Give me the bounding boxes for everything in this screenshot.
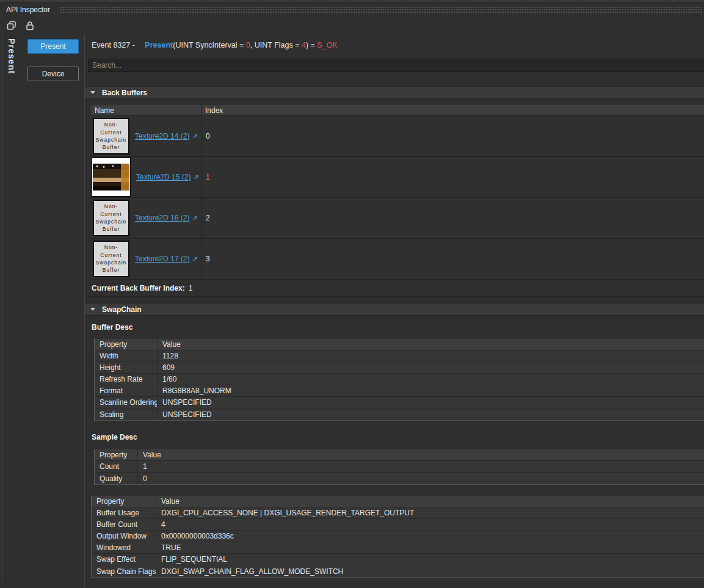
table-row: Output Window 0x00000000003d336c [92,531,704,542]
sidebar-button-present[interactable]: Present [27,39,79,54]
sample-desc-title: Sample Desc [85,433,704,441]
event-arg-value-1: 0 [246,41,250,49]
event-arg-text-2: , UINT Flags = [250,41,302,49]
buffer-desc-table: Property Value Width 1128 Height 609 Ref… [94,339,704,421]
table-row: Non- Current Swapchain Buffer Texture2D … [91,198,704,239]
table-row: Swap Effect FLIP_SEQUENTIAL [92,554,704,565]
table-row: Scaling UNSPECIFIED [95,408,704,420]
buffer-index-value: 3 [201,239,704,279]
section-header-back-buffers[interactable]: Back Buffers [85,86,704,99]
event-result: S_OK [317,41,337,49]
buffer-index-value: 2 [201,198,704,238]
sidebar: Present Present Device [0,34,85,587]
texture-link[interactable]: Texture2D 14 (2) [135,132,189,140]
column-header-index: Index [201,105,704,115]
swapchain-buffer-thumbnail: Non- Current Swapchain Buffer [93,200,129,236]
sidebar-edge-line [2,34,3,583]
section-title: Back Buffers [102,89,147,97]
table-row: Texture2D 15 (2)↗ 1 [91,157,704,198]
sidebar-button-group: Present Device [27,39,79,81]
panel-title: API Inspector [6,5,50,14]
event-arg-value-2: 4 [302,41,306,49]
column-header-value: Value [158,339,704,350]
column-header-property: Property [95,449,138,460]
toolbar [0,16,704,34]
column-header-property: Property [95,339,158,350]
rendered-frame-preview [93,164,129,191]
event-prefix: Event 8327 - [92,41,137,49]
swapchain-buffer-thumbnail-image [92,158,131,197]
event-function-name: Present [137,41,173,49]
titlebar: API Inspector [0,2,704,16]
content-panel: Event 8327 - Present(UINT SyncInterval =… [85,34,704,587]
table-row: Width 1128 [95,350,704,362]
table-row: Swap Chain Flags DXGI_SWAP_CHAIN_FLAG_AL… [92,565,704,577]
sidebar-vertical-label: Present [7,38,16,74]
column-header-value: Value [156,496,704,507]
lock-icon[interactable] [24,20,36,32]
event-arg-text-3: ) = [306,41,317,49]
event-header: Event 8327 - Present(UINT SyncInterval =… [85,34,704,53]
table-header-row: Property Value [95,449,704,461]
column-header-property: Property [92,496,156,507]
table-row: Buffer Count 4 [92,519,704,531]
table-header-row: Property Value [92,496,704,507]
current-back-buffer-index-label: Current Back Buffer Index: [92,284,185,292]
swapchain-buffer-thumbnail: Non- Current Swapchain Buffer [93,118,129,154]
buffer-desc-title: Buffer Desc [85,323,704,332]
texture-link[interactable]: Texture2D 16 (2) [135,214,189,222]
table-row: Format R8G8B8A8_UNORM [95,385,704,397]
current-back-buffer-index-value: 1 [189,284,193,292]
external-link-icon[interactable]: ↗ [192,214,197,222]
external-link-icon[interactable]: ↗ [193,173,198,181]
table-row: Buffer Usage DXGI_CPU_ACCESS_NONE | DXGI… [92,507,704,519]
buffer-index-value: 0 [201,116,704,156]
sample-desc-table: Property Value Count 1 Quality 0 [94,449,704,485]
current-back-buffer-index: Current Back Buffer Index: 1 [85,280,704,297]
external-link-icon[interactable]: ↗ [192,255,197,263]
collapse-arrow-icon[interactable] [90,91,95,94]
external-link-icon[interactable]: ↗ [192,132,197,140]
collapse-arrow-icon[interactable] [90,308,95,311]
undock-window-icon[interactable] [5,20,18,32]
search-input[interactable] [88,59,704,72]
back-buffers-table-header: Name Index [91,105,704,116]
swapchain-buffer-thumbnail: Non- Current Swapchain Buffer [93,241,129,277]
table-row: Scanline Ordering UNSPECIFIED [95,397,704,408]
table-row: Windowed TRUE [92,542,704,554]
texture-link[interactable]: Texture2D 15 (2) [136,173,191,181]
section-title: SwapChain [102,305,142,314]
table-row: Count 1 [95,461,704,473]
section-header-swapchain[interactable]: SwapChain [85,303,704,316]
main-layout: Present Present Device Event 8327 - Pres… [0,34,704,587]
column-header-value: Value [138,449,704,460]
table-row: Quality 0 [95,473,704,484]
back-buffers-table: Name Index Non- Current Swapchain Buffer… [91,105,704,280]
texture-link[interactable]: Texture2D 17 (2) [135,255,189,263]
dock-drag-handle[interactable] [60,6,703,13]
table-row: Non- Current Swapchain Buffer Texture2D … [91,116,704,157]
table-row: Height 609 [95,362,704,374]
table-header-row: Property Value [95,339,704,350]
buffer-index-value: 1 [201,157,704,197]
column-header-name: Name [91,105,201,115]
table-row: Non- Current Swapchain Buffer Texture2D … [91,239,704,280]
event-arg-text-1: (UINT SyncInterval = [173,41,246,49]
swapchain-properties-table: Property Value Buffer Usage DXGI_CPU_ACC… [91,496,704,578]
sidebar-button-device[interactable]: Device [27,67,79,81]
table-row: Refresh Rate 1/60 [95,374,704,385]
